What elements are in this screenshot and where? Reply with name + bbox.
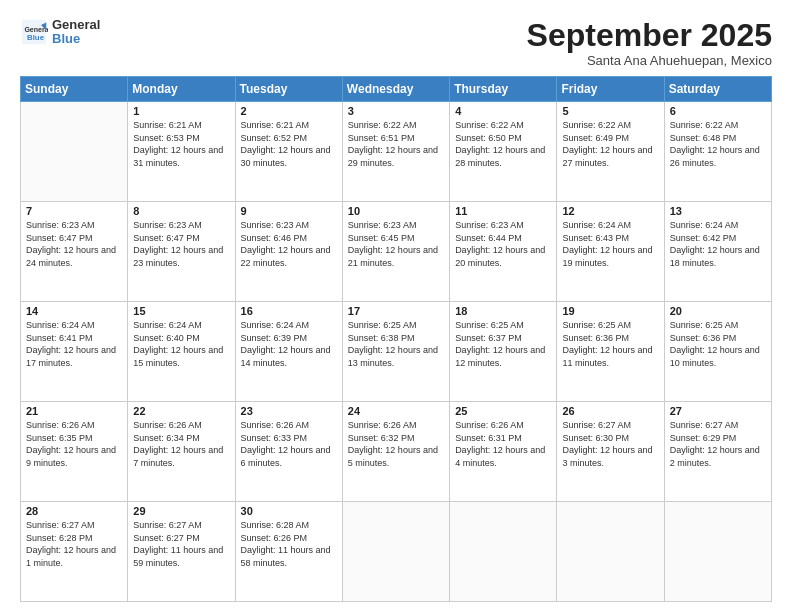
table-row: 16Sunrise: 6:24 AMSunset: 6:39 PMDayligh… xyxy=(235,302,342,402)
day-number: 25 xyxy=(455,405,551,417)
day-number: 16 xyxy=(241,305,337,317)
day-info: Sunrise: 6:22 AMSunset: 6:48 PMDaylight:… xyxy=(670,119,766,169)
table-row: 18Sunrise: 6:25 AMSunset: 6:37 PMDayligh… xyxy=(450,302,557,402)
day-number: 19 xyxy=(562,305,658,317)
table-row: 2Sunrise: 6:21 AMSunset: 6:52 PMDaylight… xyxy=(235,102,342,202)
calendar-week-row: 28Sunrise: 6:27 AMSunset: 6:28 PMDayligh… xyxy=(21,502,772,602)
day-info: Sunrise: 6:22 AMSunset: 6:51 PMDaylight:… xyxy=(348,119,444,169)
day-info: Sunrise: 6:22 AMSunset: 6:49 PMDaylight:… xyxy=(562,119,658,169)
day-info: Sunrise: 6:26 AMSunset: 6:31 PMDaylight:… xyxy=(455,419,551,469)
title-block: September 2025 Santa Ana Ahuehuepan, Mex… xyxy=(527,18,772,68)
day-info: Sunrise: 6:23 AMSunset: 6:44 PMDaylight:… xyxy=(455,219,551,269)
day-number: 24 xyxy=(348,405,444,417)
header-saturday: Saturday xyxy=(664,77,771,102)
day-number: 12 xyxy=(562,205,658,217)
table-row: 15Sunrise: 6:24 AMSunset: 6:40 PMDayligh… xyxy=(128,302,235,402)
table-row xyxy=(21,102,128,202)
day-number: 27 xyxy=(670,405,766,417)
day-info: Sunrise: 6:23 AMSunset: 6:47 PMDaylight:… xyxy=(26,219,122,269)
day-number: 26 xyxy=(562,405,658,417)
header-friday: Friday xyxy=(557,77,664,102)
month-title: September 2025 xyxy=(527,18,772,53)
table-row: 24Sunrise: 6:26 AMSunset: 6:32 PMDayligh… xyxy=(342,402,449,502)
day-number: 29 xyxy=(133,505,229,517)
day-number: 13 xyxy=(670,205,766,217)
day-number: 21 xyxy=(26,405,122,417)
table-row: 3Sunrise: 6:22 AMSunset: 6:51 PMDaylight… xyxy=(342,102,449,202)
day-number: 20 xyxy=(670,305,766,317)
table-row: 25Sunrise: 6:26 AMSunset: 6:31 PMDayligh… xyxy=(450,402,557,502)
table-row xyxy=(342,502,449,602)
table-row: 21Sunrise: 6:26 AMSunset: 6:35 PMDayligh… xyxy=(21,402,128,502)
logo-blue: Blue xyxy=(52,32,100,46)
day-number: 23 xyxy=(241,405,337,417)
day-number: 14 xyxy=(26,305,122,317)
table-row: 13Sunrise: 6:24 AMSunset: 6:42 PMDayligh… xyxy=(664,202,771,302)
svg-text:Blue: Blue xyxy=(27,33,45,42)
day-info: Sunrise: 6:24 AMSunset: 6:41 PMDaylight:… xyxy=(26,319,122,369)
day-number: 2 xyxy=(241,105,337,117)
day-info: Sunrise: 6:22 AMSunset: 6:50 PMDaylight:… xyxy=(455,119,551,169)
header-monday: Monday xyxy=(128,77,235,102)
table-row xyxy=(450,502,557,602)
logo-general: General xyxy=(52,18,100,32)
day-number: 28 xyxy=(26,505,122,517)
day-number: 6 xyxy=(670,105,766,117)
table-row: 7Sunrise: 6:23 AMSunset: 6:47 PMDaylight… xyxy=(21,202,128,302)
table-row: 5Sunrise: 6:22 AMSunset: 6:49 PMDaylight… xyxy=(557,102,664,202)
table-row: 1Sunrise: 6:21 AMSunset: 6:53 PMDaylight… xyxy=(128,102,235,202)
header-wednesday: Wednesday xyxy=(342,77,449,102)
calendar: Sunday Monday Tuesday Wednesday Thursday… xyxy=(20,76,772,602)
day-number: 30 xyxy=(241,505,337,517)
day-number: 8 xyxy=(133,205,229,217)
calendar-week-row: 1Sunrise: 6:21 AMSunset: 6:53 PMDaylight… xyxy=(21,102,772,202)
day-info: Sunrise: 6:26 AMSunset: 6:35 PMDaylight:… xyxy=(26,419,122,469)
day-number: 3 xyxy=(348,105,444,117)
day-number: 4 xyxy=(455,105,551,117)
day-info: Sunrise: 6:28 AMSunset: 6:26 PMDaylight:… xyxy=(241,519,337,569)
day-info: Sunrise: 6:24 AMSunset: 6:42 PMDaylight:… xyxy=(670,219,766,269)
day-number: 22 xyxy=(133,405,229,417)
day-info: Sunrise: 6:24 AMSunset: 6:39 PMDaylight:… xyxy=(241,319,337,369)
day-info: Sunrise: 6:27 AMSunset: 6:29 PMDaylight:… xyxy=(670,419,766,469)
day-number: 9 xyxy=(241,205,337,217)
day-number: 7 xyxy=(26,205,122,217)
table-row: 9Sunrise: 6:23 AMSunset: 6:46 PMDaylight… xyxy=(235,202,342,302)
table-row: 28Sunrise: 6:27 AMSunset: 6:28 PMDayligh… xyxy=(21,502,128,602)
table-row: 14Sunrise: 6:24 AMSunset: 6:41 PMDayligh… xyxy=(21,302,128,402)
day-info: Sunrise: 6:27 AMSunset: 6:27 PMDaylight:… xyxy=(133,519,229,569)
day-info: Sunrise: 6:23 AMSunset: 6:46 PMDaylight:… xyxy=(241,219,337,269)
table-row: 8Sunrise: 6:23 AMSunset: 6:47 PMDaylight… xyxy=(128,202,235,302)
day-info: Sunrise: 6:25 AMSunset: 6:36 PMDaylight:… xyxy=(562,319,658,369)
calendar-week-row: 7Sunrise: 6:23 AMSunset: 6:47 PMDaylight… xyxy=(21,202,772,302)
table-row: 30Sunrise: 6:28 AMSunset: 6:26 PMDayligh… xyxy=(235,502,342,602)
calendar-header-row: Sunday Monday Tuesday Wednesday Thursday… xyxy=(21,77,772,102)
day-info: Sunrise: 6:23 AMSunset: 6:45 PMDaylight:… xyxy=(348,219,444,269)
table-row: 29Sunrise: 6:27 AMSunset: 6:27 PMDayligh… xyxy=(128,502,235,602)
table-row xyxy=(664,502,771,602)
table-row: 12Sunrise: 6:24 AMSunset: 6:43 PMDayligh… xyxy=(557,202,664,302)
day-info: Sunrise: 6:23 AMSunset: 6:47 PMDaylight:… xyxy=(133,219,229,269)
logo: General Blue General Blue xyxy=(20,18,100,47)
day-number: 18 xyxy=(455,305,551,317)
day-info: Sunrise: 6:24 AMSunset: 6:40 PMDaylight:… xyxy=(133,319,229,369)
day-info: Sunrise: 6:21 AMSunset: 6:53 PMDaylight:… xyxy=(133,119,229,169)
day-info: Sunrise: 6:26 AMSunset: 6:33 PMDaylight:… xyxy=(241,419,337,469)
day-info: Sunrise: 6:25 AMSunset: 6:36 PMDaylight:… xyxy=(670,319,766,369)
day-info: Sunrise: 6:26 AMSunset: 6:32 PMDaylight:… xyxy=(348,419,444,469)
table-row: 11Sunrise: 6:23 AMSunset: 6:44 PMDayligh… xyxy=(450,202,557,302)
day-number: 15 xyxy=(133,305,229,317)
day-info: Sunrise: 6:27 AMSunset: 6:30 PMDaylight:… xyxy=(562,419,658,469)
day-info: Sunrise: 6:24 AMSunset: 6:43 PMDaylight:… xyxy=(562,219,658,269)
day-number: 10 xyxy=(348,205,444,217)
table-row: 27Sunrise: 6:27 AMSunset: 6:29 PMDayligh… xyxy=(664,402,771,502)
logo-text: General Blue xyxy=(52,18,100,47)
table-row: 6Sunrise: 6:22 AMSunset: 6:48 PMDaylight… xyxy=(664,102,771,202)
table-row: 26Sunrise: 6:27 AMSunset: 6:30 PMDayligh… xyxy=(557,402,664,502)
header-thursday: Thursday xyxy=(450,77,557,102)
table-row: 23Sunrise: 6:26 AMSunset: 6:33 PMDayligh… xyxy=(235,402,342,502)
table-row: 19Sunrise: 6:25 AMSunset: 6:36 PMDayligh… xyxy=(557,302,664,402)
day-info: Sunrise: 6:26 AMSunset: 6:34 PMDaylight:… xyxy=(133,419,229,469)
table-row: 20Sunrise: 6:25 AMSunset: 6:36 PMDayligh… xyxy=(664,302,771,402)
table-row: 22Sunrise: 6:26 AMSunset: 6:34 PMDayligh… xyxy=(128,402,235,502)
